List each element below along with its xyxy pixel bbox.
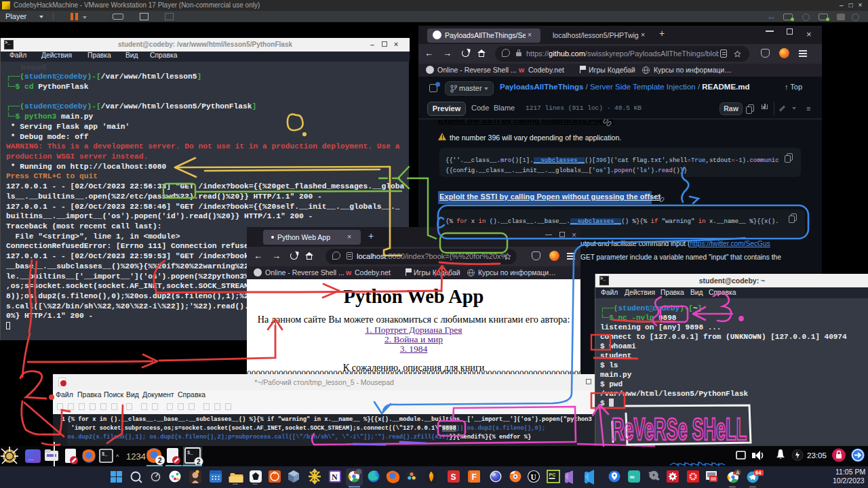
svg-text:ReVeRSe SHeLL: ReVeRSe SHeLL — [612, 411, 747, 447]
